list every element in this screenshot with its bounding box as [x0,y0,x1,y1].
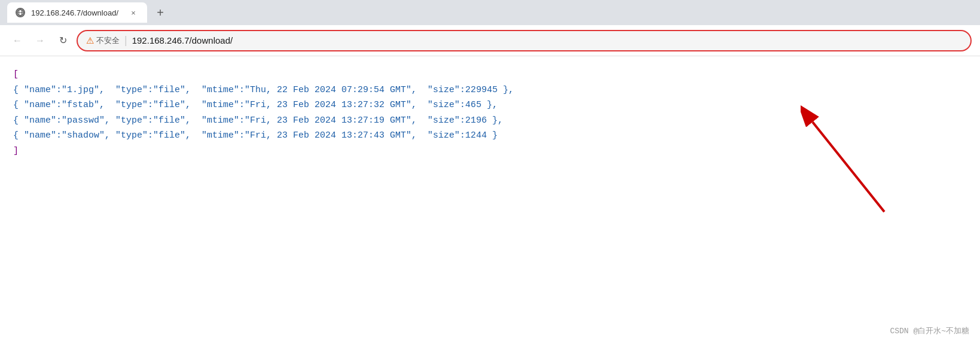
back-button[interactable]: ← [8,32,26,50]
watermark: CSDN @白开水~不加糖 [890,325,969,338]
forward-button[interactable]: → [31,32,49,50]
json-line-1: { "name":"1.jpg", "type":"file", "mtime"… [13,83,967,98]
tab-close-button[interactable]: × [128,7,139,18]
nav-bar: ← → ↻ ⚠ 不安全 | 192.168.246.7/download/ [0,25,980,56]
tab-title: 192.168.246.7/download/ [31,8,118,17]
new-tab-button[interactable]: + [152,4,169,21]
warning-icon: ⚠ [86,35,94,46]
tab-globe-icon [16,8,25,17]
page-content: [ { "name":"1.jpg", "type":"file", "mtim… [0,56,980,344]
browser-tab[interactable]: 192.168.246.7/download/ × [7,2,147,23]
address-bar[interactable]: ⚠ 不安全 | 192.168.246.7/download/ [77,30,972,51]
json-open-bracket: [ [13,67,967,83]
reload-button[interactable]: ↻ [54,32,72,50]
address-text: 192.168.246.7/download/ [132,35,962,45]
security-indicator: ⚠ 不安全 [86,35,120,46]
address-divider: | [124,34,127,47]
security-label: 不安全 [96,35,120,46]
json-close-bracket: ] [13,144,967,159]
title-bar: 192.168.246.7/download/ × + [0,0,980,25]
json-line-4: { "name":"shadow", "type":"file", "mtime… [13,128,967,144]
json-line-3: { "name":"passwd", "type":"file", "mtime… [13,113,967,129]
json-line-2: { "name":"fstab", "type":"file", "mtime"… [13,98,967,113]
